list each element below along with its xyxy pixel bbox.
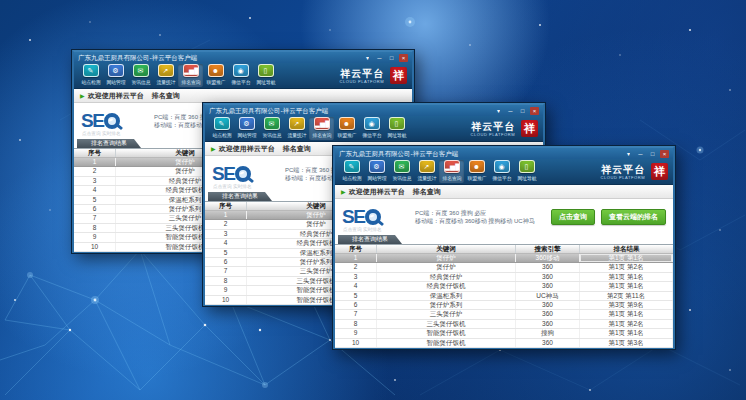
toolbar-item-target[interactable]: ◉微信平台 — [489, 160, 514, 183]
people-icon: ☻ — [339, 117, 355, 130]
cell-no: 9 — [205, 286, 247, 294]
toolbar-item-bar-chart[interactable]: ▂▅▇排名查询 — [439, 160, 464, 183]
seo-tagline: 点击查询 实时排名 — [82, 131, 121, 137]
table-row[interactable]: 4经典煲仔饭机360第1页 第1名 — [335, 282, 673, 291]
toolbar-item-label: 网址导航 — [256, 79, 275, 86]
chat-bubble-icon: ✉ — [394, 160, 410, 173]
skin-button[interactable]: ▾ — [363, 54, 372, 62]
brand-subtitle: CLOUD PLATFORM — [340, 79, 385, 84]
flag-icon: ▶ — [211, 146, 216, 152]
toolbar-item-people[interactable]: ☻联盟推广 — [203, 64, 228, 87]
brand-name: 祥云平台 — [337, 68, 387, 79]
window-titlebar[interactable]: 广东九鼎王厨具有限公司-祥云平台客户端 ▾ ─ □ × — [74, 52, 412, 63]
col-rank: 排名结果 — [580, 245, 673, 253]
close-button[interactable]: × — [399, 54, 408, 62]
toolbar: ✎站点检测⚙网站管理✉资讯信息↗流量统计▂▅▇排名查询☻联盟推广◉微信平台▯网址… — [335, 159, 673, 185]
tab-rank-results[interactable]: 排名查询结果 — [77, 139, 141, 148]
maximize-button[interactable]: □ — [648, 150, 657, 158]
toolbar-item-chat-bubble[interactable]: ✉资讯信息 — [389, 160, 414, 183]
toolbar-item-mouse[interactable]: ▯网址导航 — [384, 117, 409, 140]
pencil-icon: ✎ — [344, 160, 360, 173]
seo-logo-text: SE — [81, 111, 103, 131]
seo-logo: SE 点击查询 实时排名 — [81, 111, 145, 131]
flag-icon: ▶ — [341, 189, 346, 195]
query-button[interactable]: 点击查询 — [551, 209, 595, 225]
toolbar-item-pencil[interactable]: ✎站点检测 — [209, 117, 234, 140]
app-window-front[interactable]: 广东九鼎王厨具有限公司-祥云平台客户端 ▾ ─ □ × ✎站点检测⚙网站管理✉资… — [333, 146, 675, 349]
maximize-button[interactable]: □ — [387, 54, 396, 62]
brand: 祥云平台 CLOUD PLATFORM 祥 — [468, 117, 539, 140]
table-header: 序号 关键词 搜索引擎 排名结果 — [335, 245, 673, 254]
minimize-button[interactable]: ─ — [636, 150, 645, 158]
cell-no: 8 — [74, 224, 116, 232]
toolbar-item-label: 站点检测 — [212, 132, 231, 139]
magnifier-icon — [235, 166, 251, 182]
welcome-bar: ▶ 欢迎使用祥云平台 排名查询 — [74, 89, 412, 103]
toolbar-item-line-chart[interactable]: ↗流量统计 — [153, 64, 178, 87]
cloud-rank-button[interactable]: 查看云端的排名 — [601, 209, 666, 225]
toolbar-item-label: 网址导航 — [387, 132, 406, 139]
toolbar-item-bar-chart[interactable]: ▂▅▇排名查询 — [309, 117, 334, 140]
toolbar-item-mouse[interactable]: ▯网址导航 — [253, 64, 278, 87]
toolbar-item-target[interactable]: ◉微信平台 — [228, 64, 253, 87]
close-button[interactable]: × — [660, 150, 669, 158]
table-row[interactable]: 5保温柜系列UC神马第2页 第11名 — [335, 292, 673, 301]
minimize-button[interactable]: ─ — [375, 54, 384, 62]
window-titlebar[interactable]: 广东九鼎王厨具有限公司-祥云平台客户端 ▾ ─ □ × — [205, 105, 543, 116]
welcome-section-label: 排名查询 — [413, 187, 441, 197]
line-chart-icon: ↗ — [419, 160, 435, 173]
window-titlebar[interactable]: 广东九鼎王厨具有限公司-祥云平台客户端 ▾ ─ □ × — [335, 148, 673, 159]
toolbar-item-tools[interactable]: ⚙网站管理 — [103, 64, 128, 87]
toolbar-item-people[interactable]: ☻联盟推广 — [334, 117, 359, 140]
brand-logo-icon: 祥 — [390, 67, 407, 84]
cell-keyword: 智能煲仔饭机 — [377, 329, 516, 337]
brand-subtitle: CLOUD PLATFORM — [471, 132, 516, 137]
toolbar-item-pencil[interactable]: ✎站点检测 — [339, 160, 364, 183]
close-button[interactable]: × — [530, 107, 539, 115]
toolbar-item-line-chart[interactable]: ↗流量统计 — [284, 117, 309, 140]
tools-icon: ⚙ — [369, 160, 385, 173]
toolbar-item-chat-bubble[interactable]: ✉资讯信息 — [259, 117, 284, 140]
toolbar-item-chat-bubble[interactable]: ✉资讯信息 — [128, 64, 153, 87]
maximize-button[interactable]: □ — [518, 107, 527, 115]
table-row[interactable]: 10智能煲仔饭机360第1页 第3名 — [335, 339, 673, 348]
table-row[interactable]: 9智能煲仔饭机搜狗第1页 第1名 — [335, 329, 673, 338]
toolbar-item-pencil[interactable]: ✎站点检测 — [78, 64, 103, 87]
engine-list: PC端：百度 360 搜狗 必应 移动端：百度移动 360移动 搜狗移动 UC神… — [415, 209, 535, 226]
cell-engine: 搜狗 — [516, 329, 580, 337]
toolbar-item-bar-chart[interactable]: ▂▅▇排名查询 — [178, 64, 203, 87]
toolbar-item-label: 资讯信息 — [131, 79, 150, 86]
toolbar-item-line-chart[interactable]: ↗流量统计 — [414, 160, 439, 183]
minimize-button[interactable]: ─ — [506, 107, 515, 115]
table-row[interactable]: 7三头煲仔炉360第1页 第1名 — [335, 310, 673, 319]
toolbar-item-tools[interactable]: ⚙网站管理 — [234, 117, 259, 140]
cell-no: 1 — [74, 158, 116, 166]
skin-button[interactable]: ▾ — [624, 150, 633, 158]
window-title: 广东九鼎王厨具有限公司-祥云平台客户端 — [78, 52, 197, 63]
skin-button[interactable]: ▾ — [494, 107, 503, 115]
toolbar-item-target[interactable]: ◉微信平台 — [359, 117, 384, 140]
toolbar-item-tools[interactable]: ⚙网站管理 — [364, 160, 389, 183]
toolbar-item-people[interactable]: ☻联盟推广 — [464, 160, 489, 183]
seo-query-panel: SE 点击查询 实时排名 PC端：百度 360 搜狗 必应 移动端：百度移动 3… — [335, 199, 673, 235]
table-row[interactable]: 6煲仔炉系列360第3页 第9名 — [335, 301, 673, 310]
flag-icon: ▶ — [80, 93, 85, 99]
toolbar-item-label: 微信平台 — [362, 132, 381, 139]
table-row[interactable]: 2煲仔炉360第1页 第2名 — [335, 263, 673, 272]
tab-rank-results[interactable]: 排名查询结果 — [338, 235, 402, 244]
brand-name: 祥云平台 — [468, 121, 518, 132]
pencil-icon: ✎ — [214, 117, 230, 130]
cell-no: 2 — [205, 220, 247, 228]
table-row[interactable]: 8三头煲仔饭机360第1页 第2名 — [335, 320, 673, 329]
table-row[interactable]: 3经典煲仔炉360第1页 第1名 — [335, 273, 673, 282]
cell-no: 10 — [74, 243, 116, 251]
brand-name: 祥云平台 — [598, 164, 648, 175]
tab-rank-results[interactable]: 排名查询结果 — [208, 192, 272, 201]
target-icon: ◉ — [233, 64, 249, 77]
toolbar-item-label: 资讯信息 — [392, 175, 411, 182]
toolbar-item-label: 联盟推广 — [467, 175, 486, 182]
seo-logo: SE 点击查询 实时排名 — [212, 164, 276, 184]
toolbar-item-mouse[interactable]: ▯网址导航 — [514, 160, 539, 183]
table-row[interactable]: 1煲仔炉360移动第1页 第1名 — [335, 254, 673, 263]
tools-icon: ⚙ — [108, 64, 124, 77]
